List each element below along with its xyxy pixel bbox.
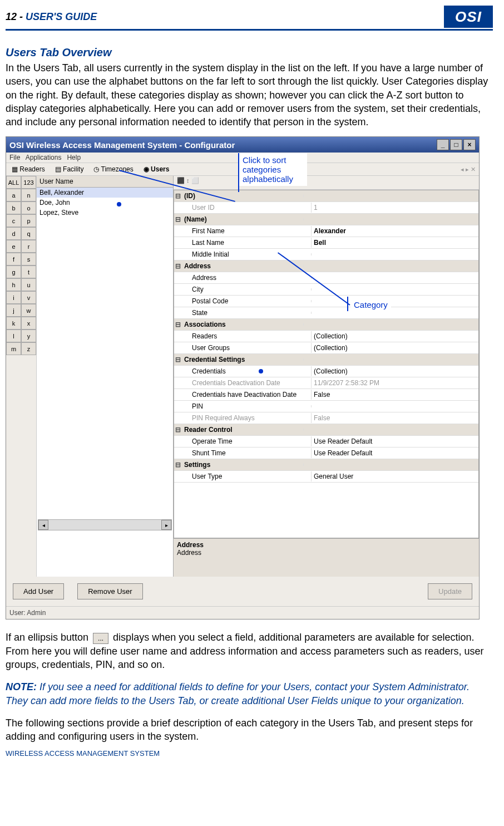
az-s[interactable]: s [21,253,36,266]
az-p[interactable]: p [21,214,36,227]
az-j[interactable]: j [6,304,21,317]
note-label: NOTE: [6,681,37,692]
add-user-button[interactable]: Add User [13,583,64,599]
panel-controls[interactable]: ◂ ▸ ✕ [461,166,476,173]
note-text: If you see a need for additional fields … [6,681,470,706]
expand-icon[interactable]: ⊟ [174,262,182,270]
scroll-left-icon[interactable]: ◂ [38,520,48,530]
prop-state-value[interactable] [311,312,478,314]
prop-fname-label: First Name [182,226,311,236]
prop-city-value[interactable] [311,288,478,291]
az-q[interactable]: q [21,227,36,240]
prop-pinreq-label: PIN Required Always [182,413,311,423]
tab-users[interactable]: ◉ Users [141,165,172,174]
az-r[interactable]: r [21,240,36,253]
az-k[interactable]: k [6,317,21,330]
update-button[interactable]: Update [428,583,472,599]
horizontal-scrollbar[interactable]: ◂ ▸ [38,519,172,530]
prop-shunt-label: Shunt Time [182,448,311,458]
az-w[interactable]: w [21,304,36,317]
az-x[interactable]: x [21,317,36,330]
ellipsis-paragraph: If an ellipsis button ... displays when … [6,631,493,671]
screenshot-figure: Click to sort categories alphabetically … [6,136,493,620]
prop-city-label: City [182,284,311,294]
expand-icon[interactable]: ⊟ [174,215,182,223]
prop-fname-value[interactable]: Alexander [311,226,478,236]
maximize-button[interactable]: □ [450,139,462,150]
category-settings: Settings [182,460,303,470]
prop-pc-label: Postal Code [182,296,311,306]
close-button[interactable]: × [463,139,476,150]
alphabet-filter: ALL 123 a b c d e f g [6,176,37,577]
prop-ugroups-value[interactable]: (Collection) [311,343,478,353]
az-m[interactable]: m [6,342,21,355]
tab-readers[interactable]: ▦ Readers [9,165,47,174]
az-h[interactable]: h [6,278,21,291]
az-n[interactable]: n [21,189,36,201]
app-window: OSI Wireless Access Management System - … [6,136,480,620]
menu-file[interactable]: File [9,154,20,161]
category-address: Address [182,261,303,271]
category-name: (Name) [182,214,303,224]
scroll-right-icon[interactable]: ▸ [161,520,171,530]
user-row-selected[interactable]: Bell, Alexander [37,188,173,198]
prop-pinreq-value[interactable]: False [311,413,478,423]
az-all[interactable]: ALL [6,176,21,189]
prop-pin-value[interactable] [311,405,478,407]
annotation-tick-2 [347,297,348,311]
expand-icon[interactable]: ⊟ [174,356,182,363]
intro-paragraph: In the Users Tab, all users currently in… [6,61,493,129]
prop-readers-value[interactable]: (Collection) [311,331,478,341]
az-i[interactable]: i [6,291,21,304]
minimize-button[interactable]: _ [437,139,449,150]
prop-lname-value[interactable]: Bell [311,238,478,248]
menu-applications[interactable]: Applications [26,154,62,161]
remove-user-button[interactable]: Remove User [77,583,142,599]
expand-icon[interactable]: ⊟ [174,461,182,469]
page-header: 12 - USER'S GUIDE OSI [6,6,493,31]
prop-deact-value[interactable]: 11/9/2207 2:58:32 PM [311,378,478,388]
prop-utype-label: User Type [182,471,311,481]
annotation-sort: Click to sort categories alphabetically [239,153,307,186]
expand-icon[interactable]: ⊟ [174,192,182,200]
az-f[interactable]: f [6,253,21,266]
property-toolbar[interactable]: ⬛ ↕ ⬜ [174,176,479,190]
property-grid: ⊟(ID) User ID1 ⊟(Name) First NameAlexand… [174,190,479,538]
prop-userid-value[interactable]: 1 [311,203,478,213]
tab-facility[interactable]: ▤ Facility [53,165,86,174]
prop-mi-value[interactable] [311,253,478,255]
desc-title: Address [177,541,476,549]
description-panel: Address Address [174,538,479,577]
az-123[interactable]: 123 [21,176,36,189]
prop-optime-value[interactable]: Use Reader Default [311,436,478,446]
prop-creds-value[interactable]: (Collection) [311,366,478,376]
menu-help[interactable]: Help [67,154,81,161]
user-row[interactable]: Lopez, Steve [37,208,173,218]
az-g[interactable]: g [6,266,21,278]
user-list-header[interactable]: User Name [37,176,173,188]
az-v[interactable]: v [21,291,36,304]
az-c[interactable]: c [6,214,21,227]
user-list: User Name Bell, Alexander Doe, John Lope… [37,176,173,577]
prop-utype-value[interactable]: General User [311,471,478,481]
az-l[interactable]: l [6,330,21,342]
prop-address-value[interactable] [311,277,478,279]
az-b[interactable]: b [6,201,21,214]
az-t[interactable]: t [21,266,36,278]
expand-icon[interactable]: ⊟ [174,321,182,328]
prop-hasdeact-value[interactable]: False [311,390,478,400]
az-e[interactable]: e [6,240,21,253]
prop-shunt-value[interactable]: Use Reader Default [311,448,478,458]
ellipsis-button-icon: ... [93,633,108,644]
az-z[interactable]: z [21,342,36,355]
user-row[interactable]: Doe, John [37,198,173,208]
az-a[interactable]: a [6,189,21,201]
az-d[interactable]: d [6,227,21,240]
az-y[interactable]: y [21,330,36,342]
az-o[interactable]: o [21,201,36,214]
prop-state-label: State [182,308,311,318]
az-u[interactable]: u [21,278,36,291]
expand-icon[interactable]: ⊟ [174,426,182,434]
footer: WIRELESS ACCESS MANAGEMENT SYSTEM [6,749,493,758]
prop-pc-value[interactable] [311,300,478,302]
